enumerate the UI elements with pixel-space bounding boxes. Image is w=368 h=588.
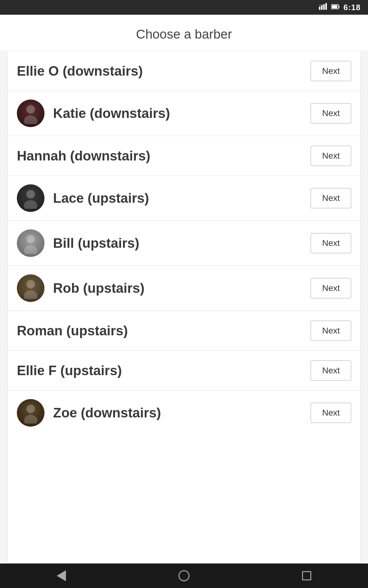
svg-rect-6 — [332, 5, 337, 8]
svg-point-17 — [24, 415, 37, 424]
next-button-bill[interactable]: Next — [311, 233, 351, 253]
barber-row: Lace (upstairs)Next — [8, 176, 360, 221]
next-button-ellie-f[interactable]: Next — [311, 360, 351, 381]
svg-point-15 — [24, 290, 37, 299]
recents-button[interactable] — [300, 569, 313, 582]
next-button-katie[interactable]: Next — [311, 103, 351, 123]
barber-name-bill: Bill (upstairs) — [53, 236, 311, 251]
back-button[interactable] — [55, 569, 68, 582]
svg-rect-2 — [323, 4, 325, 10]
home-button[interactable] — [177, 569, 191, 582]
avatar-bill — [17, 229, 44, 257]
barber-name-ellie-f: Ellie F (upstairs) — [17, 363, 311, 378]
svg-point-16 — [26, 405, 35, 413]
barber-name-lace: Lace (upstairs) — [53, 190, 311, 206]
svg-point-9 — [24, 115, 37, 124]
barber-row: Ellie O (downstairs)Next — [8, 51, 360, 91]
next-button-ellie-o[interactable]: Next — [311, 61, 351, 81]
svg-rect-3 — [325, 3, 327, 10]
battery-icon — [331, 3, 340, 11]
svg-text:LTE: LTE — [319, 4, 323, 7]
svg-point-12 — [26, 235, 35, 243]
status-time: 6:18 — [343, 3, 361, 12]
signal-icon: LTE — [319, 3, 328, 12]
barber-row: Zoe (downstairs)Next — [8, 390, 360, 435]
avatar-rob — [17, 274, 44, 302]
svg-point-10 — [26, 190, 35, 198]
barber-row: Hannah (downstairs)Next — [8, 136, 360, 176]
avatar-zoe — [17, 399, 44, 427]
barber-row: Katie (downstairs)Next — [8, 91, 360, 136]
barber-name-rob: Rob (upstairs) — [53, 281, 311, 296]
barber-row: Bill (upstairs)Next — [8, 221, 360, 266]
svg-point-14 — [26, 280, 35, 288]
barber-name-ellie-o: Ellie O (downstairs) — [17, 63, 311, 79]
svg-rect-7 — [339, 6, 339, 8]
svg-rect-0 — [319, 7, 320, 10]
barber-name-hannah: Hannah (downstairs) — [17, 148, 311, 164]
svg-point-8 — [26, 105, 35, 114]
barber-row: Rob (upstairs)Next — [8, 266, 360, 311]
next-button-roman[interactable]: Next — [311, 321, 351, 341]
next-button-lace[interactable]: Next — [311, 188, 351, 208]
avatar-katie — [17, 100, 44, 127]
page-title: Choose a barber — [0, 15, 368, 51]
barber-row: Roman (upstairs)Next — [8, 311, 360, 351]
status-bar: LTE 6:18 — [0, 0, 368, 15]
next-button-hannah[interactable]: Next — [311, 146, 351, 166]
barber-name-roman: Roman (upstairs) — [17, 323, 311, 338]
barber-row: Ellie F (upstairs)Next — [8, 351, 360, 390]
barber-list: Ellie O (downstairs)Next Katie (downstai… — [7, 51, 361, 564]
svg-point-11 — [24, 200, 37, 209]
svg-point-13 — [24, 245, 37, 254]
next-button-rob[interactable]: Next — [311, 278, 351, 298]
avatar-lace — [17, 184, 44, 212]
nav-bar — [0, 564, 368, 588]
barber-name-zoe: Zoe (downstairs) — [53, 405, 311, 420]
next-button-zoe[interactable]: Next — [311, 403, 351, 423]
barber-name-katie: Katie (downstairs) — [53, 106, 311, 121]
